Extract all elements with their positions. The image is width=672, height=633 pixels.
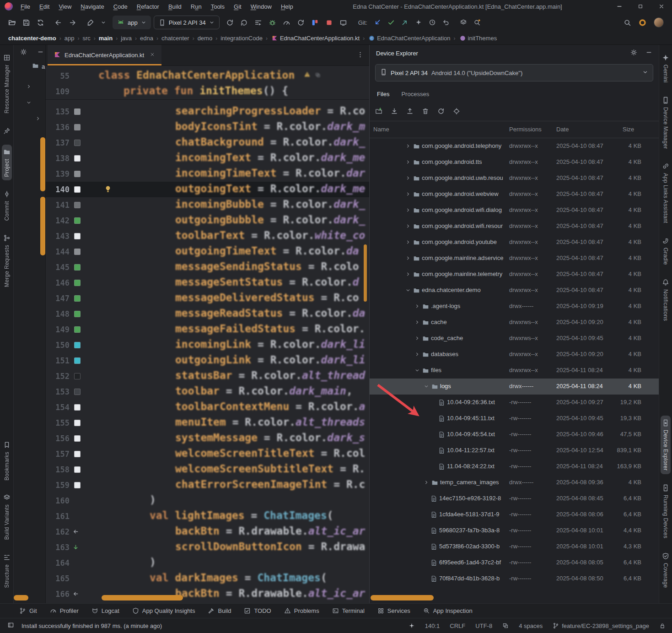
layers-icon[interactable] [460, 19, 467, 26]
color-swatch-icon[interactable] [74, 482, 81, 488]
menu-run[interactable]: Run [187, 2, 206, 11]
chevron-right-icon[interactable] [405, 159, 411, 166]
crumb-java[interactable]: java [120, 35, 133, 42]
menu-tools[interactable]: Tools [207, 2, 229, 11]
color-swatch-icon[interactable] [74, 264, 81, 271]
code-line-135[interactable]: 135searchingProgressLoader = R.co [46, 104, 369, 119]
file-row-dir-code-cache[interactable]: code_cachedrwxrws--x2025-04-10 09:454 KB [370, 330, 659, 346]
file-row-dir-temp-camera-images[interactable]: temp_camera_imagesdrwx------2025-04-08 0… [370, 475, 659, 491]
chevron-right-icon[interactable] [405, 143, 411, 150]
color-swatch-icon[interactable] [74, 249, 81, 255]
project-hide-icon[interactable] [37, 49, 44, 57]
file-row-dir-cache[interactable]: cachedrwxrws--x2025-04-10 09:204 KB [370, 314, 659, 330]
code-line-142[interactable]: 142outgoingBubble = R.color.dark_ [46, 213, 369, 228]
code-line-155[interactable]: 155menuItem = R.color.alt_threads [46, 415, 369, 431]
back-icon[interactable] [54, 19, 62, 27]
chevron-right-icon[interactable] [414, 319, 420, 326]
menu-build[interactable]: Build [164, 2, 186, 11]
color-swatch-icon[interactable] [74, 357, 81, 364]
color-swatch-icon[interactable] [74, 451, 81, 457]
menu-git[interactable]: Git [230, 2, 246, 11]
code-line-149[interactable]: 149messageFailedStatus = R.color. [46, 322, 369, 337]
toolwindow-services[interactable]: Services [377, 607, 410, 614]
debug-icon[interactable] [269, 19, 276, 27]
status-file-encoding[interactable]: UTF-8 [475, 622, 492, 629]
status-line-separator[interactable]: CRLF [450, 622, 465, 629]
run-configuration-selector[interactable]: app [113, 16, 151, 29]
code-line-55[interactable]: 55class EdnaChatCenterApplication [46, 68, 369, 84]
commit-check-icon[interactable] [387, 19, 395, 26]
file-row-dir-agent-logs[interactable]: .agent-logsdrwx------2025-04-10 09:194 K… [370, 298, 659, 314]
code-line-154[interactable]: 154toolbarContextMenu = R.color.a [46, 400, 369, 415]
code-line-165[interactable]: 165val darkImages = ChatImages( [46, 571, 369, 586]
profiler-icon[interactable] [283, 19, 290, 27]
toolwindow-app-quality-insights[interactable]: App Quality Insights [132, 607, 195, 614]
code-line-153[interactable]: 153toolbar = R.color.dark_main, [46, 384, 369, 400]
tree-chevron-icon[interactable] [35, 116, 41, 123]
toolwindow-terminal[interactable]: Terminal [332, 607, 365, 614]
refresh-icon[interactable] [437, 108, 445, 115]
menu-file[interactable]: File [16, 2, 34, 11]
history-icon[interactable] [429, 19, 436, 26]
goto-device-icon[interactable] [453, 108, 460, 115]
intention-bulb-icon[interactable] [104, 185, 112, 193]
toolwindow-git[interactable]: Git [19, 607, 37, 614]
crumb-integrationcode[interactable]: integrationCode [220, 35, 263, 42]
column-header-size[interactable]: Size [623, 126, 634, 133]
file-row-10-04-09-26-36-txt[interactable]: 10.04-09:26:36.txt-rw-------2025-04-10 0… [370, 395, 659, 411]
column-header-permissions[interactable]: Permissions [509, 126, 542, 133]
file-row-59680237-fa7b-3b3a-8[interactable]: 59680237-fa7b-3b3a-8-rw-------2025-04-08… [370, 523, 659, 539]
explorer-hscrollbar-thumb[interactable] [371, 595, 434, 601]
rerun-icon[interactable] [226, 19, 234, 27]
upload-file-icon[interactable] [406, 108, 414, 115]
toolwindow-merge-requests[interactable]: Merge Requests [2, 231, 12, 291]
editor-more-icon[interactable] [357, 51, 364, 60]
chevron-right-icon[interactable] [414, 335, 420, 342]
color-swatch-icon[interactable] [74, 466, 81, 473]
layout-icon[interactable] [7, 622, 14, 630]
open-project-icon[interactable] [8, 19, 16, 27]
color-swatch-icon[interactable] [74, 326, 81, 333]
code-line-148[interactable]: 148messageReadStatus = R.color.da [46, 306, 369, 322]
menu-edit[interactable]: Edit [35, 2, 54, 11]
file-row-dir-logs[interactable]: logsdrwx------2025-04-11 08:244 KB [370, 379, 659, 395]
color-swatch-icon[interactable] [74, 108, 81, 115]
file-row-dir-com-google-android-telephony[interactable]: com.google.android.telephonydrwxrwx--x20… [370, 138, 659, 154]
chevron-right-icon[interactable] [405, 239, 411, 246]
file-row-dir-com-google-android-webview[interactable]: com.google.android.webviewdrwxrwx--x2025… [370, 186, 659, 202]
download-file-icon[interactable] [391, 108, 398, 115]
chevron-right-icon[interactable] [405, 207, 411, 214]
file-row-dir-com-google-android-tts[interactable]: com.google.android.ttsdrwxrwx--x2025-04-… [370, 154, 659, 170]
menu-refactor[interactable]: Refactor [133, 2, 163, 11]
tab-close-icon[interactable] [150, 52, 155, 59]
code-line-144[interactable]: 144outgoingTimeText = R.color.da [46, 244, 369, 260]
stop-icon[interactable] [325, 19, 333, 27]
toolwindow-structure[interactable]: Structure [2, 550, 12, 591]
file-row-10-04-11-22-57-txt[interactable]: 10.04-11:22:57.txt-rw-------2025-04-10 1… [370, 443, 659, 459]
crumb-app[interactable]: app [64, 35, 75, 42]
status-caret-position[interactable]: 140:1 [425, 622, 440, 629]
chevron-down-icon[interactable] [424, 384, 429, 390]
menu-help[interactable]: Help [277, 2, 297, 11]
crumb-chatcenter-demo[interactable]: chatcenter-demo [7, 35, 57, 42]
toolwindow-gemini[interactable]: Gemini [661, 50, 671, 87]
file-row-14ec7150-e926-3192-8[interactable]: 14ec7150-e926-3192-8-rw-------2025-04-08… [370, 491, 659, 507]
code-line-166[interactable]: 166backBtn = R.drawable.alt_ic_ar [46, 586, 369, 602]
toolwindow-coverage[interactable]: Coverage [661, 549, 671, 591]
toolwindow-logcat[interactable]: Logcat [91, 607, 119, 614]
toolwindow-build[interactable]: Build [208, 607, 231, 614]
promo-donut-icon[interactable] [639, 19, 646, 27]
color-swatch-icon[interactable] [74, 186, 81, 193]
menu-window[interactable]: Window [247, 2, 276, 11]
crumb-chatcenter[interactable]: chatcenter [161, 35, 190, 42]
menu-code[interactable]: Code [109, 2, 132, 11]
project-settings-gear-icon[interactable] [20, 49, 27, 57]
toolwindow-running-devices[interactable]: Running Devices [661, 481, 671, 542]
status-lock[interactable] [659, 622, 666, 629]
toolwindow-device-manager[interactable]: Device Manager [661, 93, 671, 153]
search-ai-icon[interactable] [473, 19, 481, 26]
code-line-137[interactable]: 137chatBackground = R.color.dark_ [46, 135, 369, 151]
scrollbar-thumb[interactable] [14, 595, 28, 601]
toolwindow-problems[interactable]: Problems [284, 607, 319, 614]
build-list-icon[interactable] [254, 19, 262, 27]
